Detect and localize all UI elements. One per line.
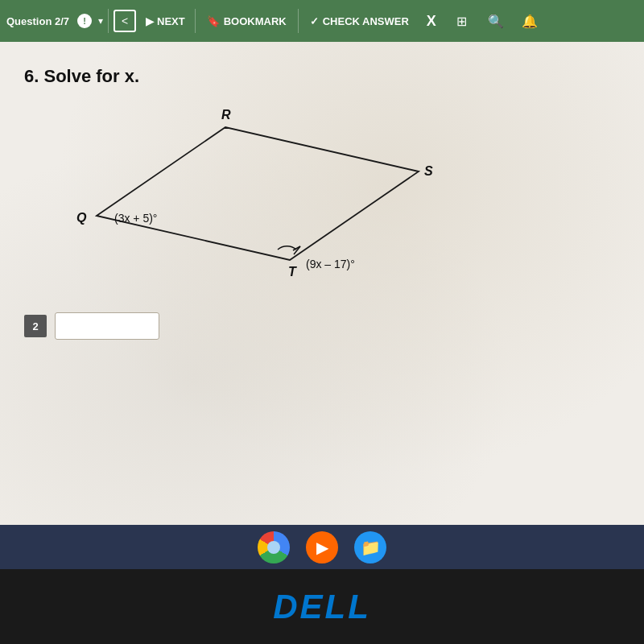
chrome-icon[interactable] (258, 531, 290, 564)
next-button[interactable]: ▶ NEXT (141, 12, 190, 31)
files-icon[interactable]: 📁 (354, 531, 386, 564)
info-icon[interactable]: ! (77, 14, 92, 28)
parallelogram-svg: R S T Q (3x + 5)° (9x – 17)° (72, 103, 459, 288)
taskbar: ▶ 📁 (0, 525, 644, 569)
toolbar-divider-2 (195, 9, 196, 33)
toolbar-divider-3 (298, 9, 299, 33)
dell-logo: DELL (273, 588, 371, 626)
check-icon: ✓ (310, 15, 319, 27)
toolbar: Question 2/7 ! ▾ < ▶ NEXT 🔖 BOOKMARK ✓ C… (0, 0, 644, 42)
svg-marker-0 (97, 127, 419, 260)
toolbar-divider-1 (108, 9, 109, 33)
vertex-T: T (288, 265, 297, 279)
search-button[interactable]: 🔍 (481, 6, 510, 35)
prev-button[interactable]: < (114, 10, 136, 32)
diagram-area: R S T Q (3x + 5)° (9x – 17)° (72, 103, 475, 296)
answer-input[interactable] (55, 312, 159, 340)
answer-section: 2 (24, 312, 620, 340)
grid-button[interactable]: ⊞ (448, 6, 477, 35)
chrome-inner-circle (267, 541, 280, 554)
dell-area: DELL (0, 569, 644, 644)
question-label: Question 2/7 (6, 15, 69, 27)
vertex-S: S (424, 164, 433, 178)
alert-button[interactable]: 🔔 (515, 6, 544, 35)
step-badge: 2 (24, 315, 47, 337)
problem-header: 6. Solve for x. (24, 66, 620, 87)
check-answer-button[interactable]: ✓ CHECK ANSWER (303, 12, 415, 31)
angle-Q-label: (3x + 5)° (114, 212, 157, 225)
content-area: 6. Solve for x. R S T Q (3x + 5)° (9x – … (0, 42, 644, 525)
angle-T-label: (9x – 17)° (306, 258, 355, 270)
search-icon: 🔍 (488, 14, 504, 29)
vertex-Q: Q (76, 211, 87, 225)
media-play-icon[interactable]: ▶ (306, 531, 338, 564)
alert-icon: 🔔 (522, 14, 538, 29)
bookmark-icon: 🔖 (207, 15, 220, 27)
bookmark-button[interactable]: 🔖 BOOKMARK (200, 12, 293, 31)
dropdown-chevron[interactable]: ▾ (98, 15, 103, 27)
grid-icon: ⊞ (456, 14, 467, 29)
vertex-R: R (221, 108, 231, 122)
close-button[interactable]: X (420, 10, 443, 33)
